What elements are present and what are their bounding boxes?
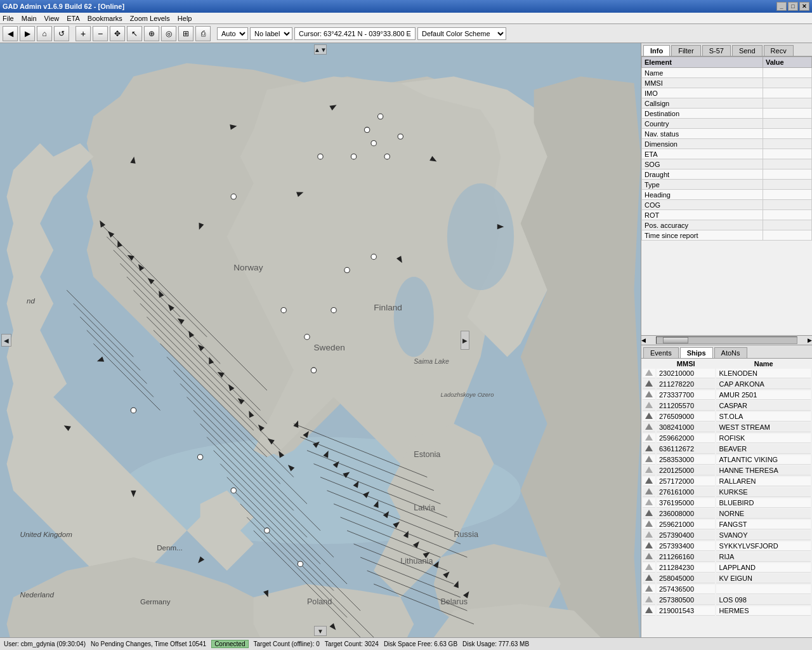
list-item[interactable]: 257393400 SYKKYLVSFJORD: [643, 541, 811, 551]
refresh-button[interactable]: ↺: [54, 26, 69, 41]
list-item[interactable]: 257172000 RALLAREN: [643, 477, 811, 486]
svg-text:Belarus: Belarus: [440, 597, 468, 606]
ship-icon-cell: [643, 498, 655, 508]
tab-info[interactable]: Info: [643, 45, 670, 56]
select-button[interactable]: ↖: [127, 26, 142, 41]
ship-icon-cell: [643, 585, 655, 594]
tab-s57[interactable]: S-57: [702, 45, 731, 56]
tab-ships[interactable]: Ships: [680, 347, 713, 358]
element-cell: Country: [642, 119, 763, 129]
list-item[interactable]: 376195000 BLUEBIRD: [643, 498, 811, 508]
list-item[interactable]: 257390400 SVANOY: [643, 531, 811, 540]
map-arrow-up[interactable]: ▲▼: [314, 44, 327, 55]
window-controls[interactable]: _ □ ✕: [776, 2, 809, 11]
scrollbar-thumb[interactable]: [663, 337, 688, 343]
back-button[interactable]: ◀: [3, 26, 18, 41]
svg-point-62: [298, 561, 303, 566]
ship-icon: [645, 380, 653, 387]
info-scrollbar[interactable]: ◀ ▶: [641, 335, 812, 345]
label-select[interactable]: No label: [250, 27, 292, 40]
menu-view[interactable]: View: [44, 15, 60, 22]
svg-point-67: [311, 368, 316, 373]
list-item[interactable]: 211205570 CASPAR: [643, 401, 811, 411]
map-area[interactable]: nd United Kingdom Nederland Ems Weser Od…: [0, 43, 641, 637]
menu-main[interactable]: Main: [22, 15, 37, 22]
tab-filter[interactable]: Filter: [671, 45, 700, 56]
map-arrow-down[interactable]: ▼: [314, 626, 327, 636]
list-item[interactable]: 636112672 BEAVER: [643, 444, 811, 454]
zoom-in-button[interactable]: +: [75, 26, 91, 41]
col-icon: [643, 360, 655, 368]
home-button[interactable]: ⌂: [37, 26, 52, 41]
tab-atons[interactable]: AtoNs: [714, 347, 747, 358]
list-item[interactable]: 258045000 KV EIGUN: [643, 574, 811, 583]
table-row: MMSI: [642, 78, 812, 88]
minimize-button[interactable]: _: [776, 2, 787, 11]
menu-zoom-levels[interactable]: Zoom Levels: [130, 15, 170, 22]
scroll-right-icon[interactable]: ▶: [808, 337, 812, 343]
list-item[interactable]: 220125000 HANNE THERESA: [643, 466, 811, 475]
list-item[interactable]: 258353000 ATLANTIC VIKING: [643, 455, 811, 465]
list-item[interactable]: 211284230 LAPPLAND: [643, 563, 811, 573]
list-item[interactable]: 276509000 ST.OLA: [643, 412, 811, 421]
list-item[interactable]: 236008000 NORNE: [643, 509, 811, 519]
status-user: User: cbm_gdynia (09:30:04): [4, 640, 86, 647]
menu-eta[interactable]: ETA: [67, 15, 80, 22]
ship-name: RALLAREN: [716, 477, 811, 486]
ship-icon-cell: [643, 390, 655, 400]
svg-point-61: [265, 528, 270, 533]
ship-icon: [645, 531, 653, 538]
table-row: Country: [642, 119, 812, 129]
ship-mmsi: 636112672: [657, 444, 715, 454]
list-item[interactable]: 257380500 LOS 098: [643, 595, 811, 605]
app-title: GAD Admin v1.6.9 Build 62 - [Online]: [3, 3, 124, 10]
ship-name: BEAVER: [716, 444, 811, 454]
ships-table-wrapper: MMSI Name 230210000 KLENODEN 211278220 C…: [641, 359, 812, 637]
auto-select[interactable]: Auto: [217, 27, 248, 40]
ship-icon: [645, 369, 653, 376]
list-item[interactable]: 230210000 KLENODEN: [643, 369, 811, 378]
list-item[interactable]: 308241000 WEST STREAM: [643, 423, 811, 432]
scrollbar-track[interactable]: [656, 336, 797, 344]
tab-send[interactable]: Send: [732, 45, 763, 56]
list-item[interactable]: 259662000 ROFISK: [643, 434, 811, 443]
ship-icon: [645, 574, 653, 581]
list-item[interactable]: 211266160 RIJA: [643, 552, 811, 562]
ship-icon-cell: [643, 444, 655, 454]
track-button[interactable]: ◎: [161, 26, 176, 41]
svg-point-73: [351, 154, 356, 159]
ship-icon-cell: [643, 595, 655, 605]
menu-bookmarks[interactable]: Bookmarks: [88, 15, 122, 22]
list-item[interactable]: 211278220 CAP ARKONA: [643, 380, 811, 389]
list-item[interactable]: 276161000 KURKSE: [643, 488, 811, 497]
maximize-button[interactable]: □: [788, 2, 798, 11]
print-button[interactable]: ⎙: [195, 26, 211, 41]
tab-events[interactable]: Events: [643, 347, 679, 358]
ship-icon-cell: [643, 412, 655, 421]
list-item[interactable]: 219001543 HERMES: [643, 606, 811, 616]
status-connected: Connected: [211, 640, 248, 648]
map-arrow-right[interactable]: ▶: [461, 331, 469, 350]
forward-button[interactable]: ▶: [20, 26, 35, 41]
list-item[interactable]: 273337700 AMUR 2501: [643, 390, 811, 400]
ship-icon: [645, 477, 653, 484]
ship-mmsi: 276161000: [657, 488, 715, 497]
map-arrow-left[interactable]: ◀: [1, 334, 11, 347]
menu-file[interactable]: File: [3, 15, 14, 22]
zoom-out-button[interactable]: −: [93, 26, 108, 41]
ships-table-scroll[interactable]: MMSI Name 230210000 KLENODEN 211278220 C…: [641, 359, 812, 637]
element-cell: Dimension: [642, 139, 763, 149]
list-item[interactable]: 259621000 FANGST: [643, 520, 811, 529]
tab-recv[interactable]: Recv: [764, 45, 794, 56]
element-cell: ROT: [642, 210, 763, 220]
pan-button[interactable]: ✥: [110, 26, 125, 41]
list-item[interactable]: 257436500: [643, 585, 811, 594]
menu-help[interactable]: Help: [178, 15, 192, 22]
color-scheme-select[interactable]: Default Color Scheme: [417, 27, 506, 40]
close-button[interactable]: ✕: [799, 2, 809, 11]
scroll-left-icon[interactable]: ◀: [641, 337, 646, 343]
measure-button[interactable]: ⊕: [144, 26, 159, 41]
svg-text:Poland: Poland: [307, 597, 332, 606]
ship-icon: [645, 542, 653, 548]
filter-button[interactable]: ⊞: [178, 26, 193, 41]
